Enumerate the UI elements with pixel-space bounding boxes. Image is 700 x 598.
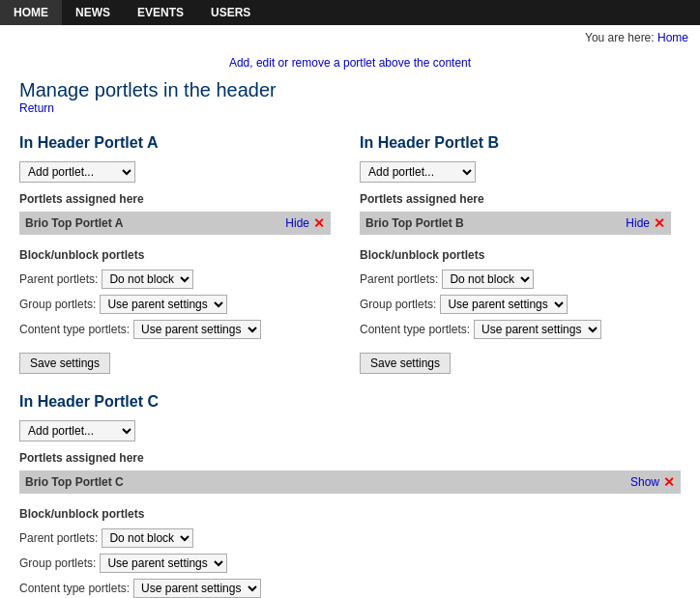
portlet-b-add-select[interactable]: Add portlet... [360, 161, 476, 183]
portlet-b-content-row: Content type portlets: Use parent settin… [360, 320, 671, 339]
portlet-b-parent-label: Parent portlets: [360, 272, 438, 286]
portlet-b-block-section: Block/unblock portlets Parent portlets: … [360, 248, 671, 374]
portlet-a-parent-label: Parent portlets: [19, 272, 98, 286]
portlet-a-add-select[interactable]: Add portlet... [19, 161, 135, 183]
portlet-c-item: Brio Top Portlet C Show ✕ [19, 470, 681, 494]
portlet-c-show-link[interactable]: Show [630, 475, 659, 489]
portlet-b-title: In Header Portlet B [360, 134, 671, 152]
portlet-a-title: In Header Portlet A [19, 134, 331, 152]
nav-bar: HOME NEWS EVENTS USERS [0, 0, 700, 25]
main-content: In Header Portlet A Add portlet... Portl… [0, 115, 700, 598]
portlet-a-assigned-label: Portlets assigned here [19, 192, 331, 206]
portlet-c-content-select[interactable]: Use parent settings Block Do not block [133, 579, 261, 598]
portlet-b-parent-row: Parent portlets: Do not block Block [360, 270, 671, 289]
portlet-c-title: In Header Portlet C [19, 393, 681, 411]
portlet-a-group-row: Group portlets: Use parent settings Bloc… [19, 295, 331, 314]
portlet-c-content-label: Content type portlets: [19, 582, 130, 595]
return-link-area: Return [19, 101, 681, 115]
portlet-b-parent-select[interactable]: Do not block Block [442, 270, 534, 289]
portlet-b-content-label: Content type portlets: [360, 323, 470, 336]
portlet-c-block-section: Block/unblock portlets Parent portlets: … [19, 507, 681, 598]
portlet-b-group-select[interactable]: Use parent settings Block Do not block [440, 295, 568, 314]
portlet-b-content-select[interactable]: Use parent settings Block Do not block [474, 320, 601, 339]
nav-events[interactable]: EVENTS [124, 0, 197, 25]
portlet-a-save-button[interactable]: Save settings [19, 353, 110, 374]
portlet-b-save-button[interactable]: Save settings [360, 353, 451, 374]
portlet-b-remove-icon[interactable]: ✕ [654, 215, 665, 231]
portlet-a-col: In Header Portlet A Add portlet... Portl… [19, 125, 340, 384]
top-link-area: Add, edit or remove a portlet above the … [0, 50, 700, 73]
portlet-a-hide-link[interactable]: Hide [285, 216, 309, 230]
portlet-c-remove-icon[interactable]: ✕ [663, 474, 675, 490]
portlet-a-item-name: Brio Top Portlet A [25, 216, 123, 230]
portlet-c-parent-label: Parent portlets: [19, 531, 98, 545]
portlet-c-block-title: Block/unblock portlets [19, 507, 681, 521]
top-portlet-link[interactable]: Add, edit or remove a portlet above the … [229, 56, 471, 70]
nav-news[interactable]: NEWS [62, 0, 124, 25]
nav-home[interactable]: HOME [0, 0, 62, 25]
nav-users[interactable]: USERS [197, 0, 264, 25]
return-link[interactable]: Return [19, 101, 54, 115]
portlet-a-parent-select[interactable]: Do not block Block [102, 270, 193, 289]
portlet-c-col: In Header Portlet C Add portlet... Portl… [19, 384, 681, 598]
portlet-a-group-select[interactable]: Use parent settings Block Do not block [100, 295, 227, 314]
portlet-c-assigned-label: Portlets assigned here [19, 451, 681, 465]
portlet-a-remove-icon[interactable]: ✕ [313, 215, 325, 231]
portlets-row-1: In Header Portlet A Add portlet... Portl… [19, 125, 681, 384]
portlet-c-content-row: Content type portlets: Use parent settin… [19, 579, 681, 598]
breadcrumb-prefix: You are here: [585, 31, 655, 44]
portlet-a-content-row: Content type portlets: Use parent settin… [19, 320, 331, 339]
page-title: Manage portlets in the header [19, 79, 681, 101]
portlet-c-item-name: Brio Top Portlet C [25, 475, 124, 489]
portlet-b-hide-link[interactable]: Hide [626, 216, 650, 230]
portlet-a-block-section: Block/unblock portlets Parent portlets: … [19, 248, 331, 374]
portlet-c-group-select[interactable]: Use parent settings Block Do not block [100, 554, 227, 573]
breadcrumb: You are here: Home [0, 25, 700, 50]
portlet-a-item: Brio Top Portlet A Hide ✕ [19, 212, 331, 235]
portlet-a-add-row: Add portlet... [19, 161, 331, 183]
portlet-c-parent-row: Parent portlets: Do not block Block [19, 528, 681, 548]
portlet-b-block-title: Block/unblock portlets [360, 248, 671, 262]
portlet-b-col: In Header Portlet B Add portlet... Portl… [340, 125, 681, 384]
portlet-a-item-actions: Hide ✕ [285, 215, 325, 231]
breadcrumb-home[interactable]: Home [657, 31, 688, 44]
portlet-c-add-select[interactable]: Add portlet... [19, 420, 135, 441]
portlet-b-group-row: Group portlets: Use parent settings Bloc… [360, 295, 671, 314]
portlet-c-group-label: Group portlets: [19, 556, 96, 570]
portlet-a-content-select[interactable]: Use parent settings Block Do not block [133, 320, 261, 339]
portlet-b-item: Brio Top Portlet B Hide ✕ [360, 212, 671, 235]
portlet-b-assigned-label: Portlets assigned here [360, 192, 671, 206]
portlet-b-item-name: Brio Top Portlet B [365, 216, 464, 230]
page-title-area: Manage portlets in the header Return [0, 73, 700, 115]
portlet-b-add-row: Add portlet... [360, 161, 671, 183]
portlet-b-group-label: Group portlets: [360, 298, 436, 311]
portlet-b-item-actions: Hide ✕ [626, 215, 665, 231]
portlet-c-parent-select[interactable]: Do not block Block [102, 528, 193, 548]
portlet-a-block-title: Block/unblock portlets [19, 248, 331, 262]
portlet-a-content-label: Content type portlets: [19, 323, 130, 336]
portlet-c-item-actions: Show ✕ [630, 474, 675, 490]
portlet-c-group-row: Group portlets: Use parent settings Bloc… [19, 554, 681, 573]
portlet-c-add-row: Add portlet... [19, 420, 681, 441]
portlet-a-parent-row: Parent portlets: Do not block Block [19, 270, 331, 289]
portlet-a-group-label: Group portlets: [19, 298, 96, 311]
